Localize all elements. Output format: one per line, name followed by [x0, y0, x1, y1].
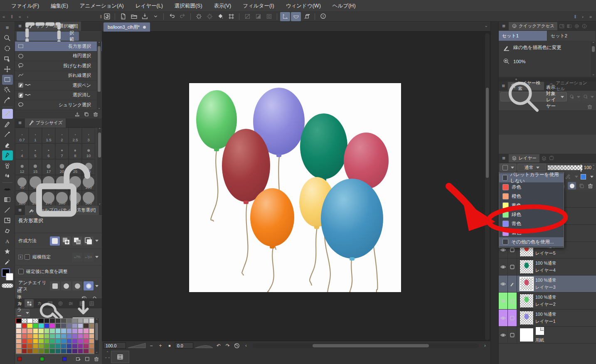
delete-layer-icon[interactable]	[587, 104, 593, 110]
layer-checkbox[interactable]	[508, 327, 517, 343]
layer-mask-icon[interactable]	[568, 182, 576, 189]
palette-menu-option-3[interactable]: 黄色	[499, 201, 564, 210]
palette-color-cell[interactable]	[49, 328, 55, 333]
canvas-vertical-scrollbar[interactable]	[485, 33, 490, 340]
zoom-value-field[interactable]: 100.0	[103, 342, 126, 349]
document-tab[interactable]: balloon3_clh用*	[103, 22, 150, 32]
palette-color-cell[interactable]	[38, 344, 44, 349]
palette-color-cell[interactable]	[72, 323, 78, 328]
brush-size-2.5[interactable]: 2.5	[69, 128, 82, 143]
menu-item-1[interactable]: 編集(E)	[45, 0, 74, 12]
palette-color-cell[interactable]	[89, 354, 95, 354]
palette-color-cell[interactable]	[61, 323, 66, 328]
quick-access-set1-tab[interactable]: セット1	[499, 31, 547, 41]
eyedropper-tool[interactable]	[2, 96, 13, 106]
auto-select-star-tool[interactable]	[2, 247, 13, 257]
layer-editing-pen-icon[interactable]	[508, 275, 517, 292]
subtool-item-3[interactable]: 折れ線選択	[15, 71, 102, 81]
palette-menu-option-6[interactable]: 紫色	[499, 228, 564, 237]
palette-color-cell[interactable]	[33, 323, 39, 328]
delete-subtool-icon[interactable]	[93, 111, 99, 117]
layer-visibility-eye-icon[interactable]	[499, 327, 508, 343]
new-doc-button[interactable]	[118, 12, 128, 21]
palette-color-cell[interactable]	[27, 318, 33, 323]
expand-plus-icon[interactable]: +	[18, 255, 23, 259]
antialias-strong-button[interactable]	[84, 281, 94, 290]
replace-color-icon[interactable]	[84, 356, 90, 362]
layer-panel-tab[interactable]: レイヤー	[509, 154, 539, 162]
subtract-selection-button[interactable]	[72, 236, 82, 246]
palette-color-cell[interactable]	[78, 354, 84, 354]
brush-size-3[interactable]: 3	[82, 128, 95, 143]
fit-to-screen-button[interactable]: ■	[166, 342, 173, 349]
subtool-item-4[interactable]: 選択ペン	[15, 81, 102, 91]
undo-arrow-button[interactable]	[167, 12, 177, 21]
palette-color-cell[interactable]	[83, 354, 89, 354]
background-color-swatch[interactable]	[6, 273, 13, 280]
overlap-selection-button[interactable]	[84, 236, 94, 246]
palette-color-cell[interactable]	[33, 318, 39, 323]
burst-button[interactable]	[194, 12, 204, 21]
opacity-value[interactable]: 100	[584, 165, 591, 170]
palette-menu-option-7[interactable]: その他の色を使用...	[499, 237, 564, 246]
palette-color-cell[interactable]	[16, 349, 22, 354]
palette-color-cell[interactable]	[55, 339, 61, 344]
document-canvas[interactable]	[189, 83, 401, 292]
delete-layer-button[interactable]	[587, 183, 594, 189]
palette-color-cell[interactable]	[55, 323, 61, 328]
collapse-right-icon[interactable]: »	[589, 14, 592, 19]
chevron-down-icon[interactable]	[95, 256, 99, 258]
palette-color-cell[interactable]	[16, 328, 22, 333]
rotation-slider[interactable]	[195, 342, 213, 349]
pen-nib-tool[interactable]	[2, 150, 13, 160]
palette-color-cell[interactable]	[83, 334, 89, 339]
select-border-button[interactable]	[264, 12, 274, 21]
zoom-slider[interactable]	[128, 342, 146, 349]
pencil-tool[interactable]	[2, 119, 13, 129]
palette-color-cell[interactable]	[33, 354, 39, 354]
scroll-right-icon[interactable]: ›	[481, 342, 489, 349]
snap-curve-button[interactable]	[291, 12, 301, 21]
blend-drops-tool[interactable]	[2, 171, 13, 181]
palette-color-cell[interactable]	[78, 344, 84, 349]
palette-color-cell[interactable]	[55, 334, 61, 339]
palette-color-cell[interactable]	[66, 318, 72, 323]
palette-color-cell[interactable]	[44, 318, 50, 323]
rotate-right-button[interactable]: ↷	[224, 342, 232, 349]
recent-color-swatch[interactable]	[17, 357, 22, 361]
palette-color-cell[interactable]	[55, 318, 61, 323]
brush-size-0.7[interactable]: 0.7	[15, 128, 29, 143]
select-inverse-button[interactable]	[253, 12, 263, 21]
palette-color-cell[interactable]	[49, 334, 55, 339]
palette-color-cell[interactable]	[66, 339, 72, 344]
layer-thumbnail[interactable]	[520, 294, 534, 308]
recent-color-swatch[interactable]	[62, 357, 66, 361]
quick-access-item-1[interactable]: 100%	[499, 54, 596, 68]
zoom-out-button[interactable]: −	[148, 342, 155, 349]
menu-item-2[interactable]: アニメーション(A)	[74, 0, 129, 12]
layer-color-blue-icon[interactable]	[581, 174, 586, 180]
palette-color-cell[interactable]	[27, 354, 33, 354]
palette-color-cell[interactable]	[89, 349, 95, 354]
panel-handle-icon[interactable]: ‖	[11, 14, 13, 19]
palette-color-cell[interactable]	[66, 354, 72, 354]
palette-color-cell[interactable]	[83, 344, 89, 349]
layer-row-レイヤー2[interactable]: 100 %通常レイヤー2	[499, 293, 596, 310]
antialias-none-button[interactable]	[50, 281, 60, 290]
palette-color-cell[interactable]	[78, 328, 84, 333]
palette-menu-option-5[interactable]: 青色	[499, 219, 564, 228]
delete-color-icon[interactable]	[94, 356, 99, 362]
brush-size-1[interactable]: 1	[29, 128, 42, 143]
airbrush-tool[interactable]	[2, 161, 13, 171]
palette-color-cell[interactable]	[72, 344, 78, 349]
palette-color-cell[interactable]	[61, 339, 66, 344]
palette-color-cell[interactable]	[89, 344, 95, 349]
palette-color-cell[interactable]	[61, 354, 66, 354]
menu-item-7[interactable]: ウィンドウ(W)	[281, 0, 326, 12]
palette-color-cell[interactable]	[33, 328, 39, 333]
palette-color-cell[interactable]	[89, 318, 95, 323]
layer-checkbox[interactable]	[508, 258, 517, 275]
palette-color-cell[interactable]	[72, 334, 78, 339]
marker-pen-tool[interactable]	[2, 109, 13, 119]
palette-color-cell[interactable]	[27, 344, 33, 349]
